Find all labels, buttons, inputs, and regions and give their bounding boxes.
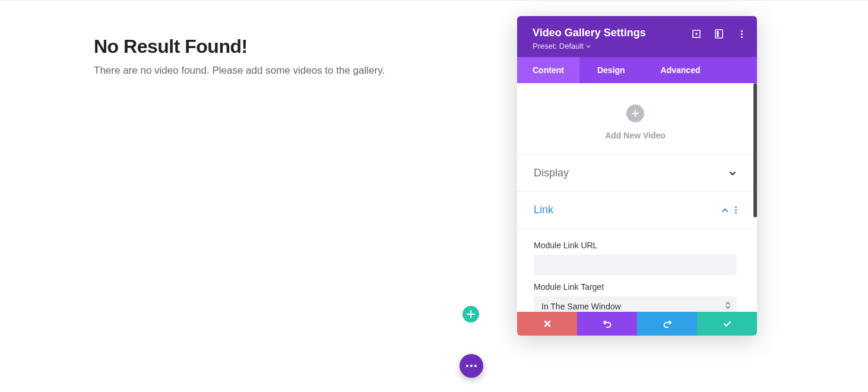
plus-icon (467, 310, 475, 318)
tab-design[interactable]: Design (579, 57, 643, 83)
section-link[interactable]: Link (517, 192, 753, 229)
panel-scroll[interactable]: Add New Video Display Link Module Link U… (517, 83, 753, 312)
expand-icon[interactable] (692, 29, 701, 39)
section-link-title: Link (534, 204, 553, 216)
save-button[interactable] (697, 312, 757, 336)
chevron-up-icon (721, 206, 729, 214)
chevron-down-icon (728, 169, 737, 178)
no-result-title: No Result Found! (94, 36, 509, 58)
undo-icon (603, 319, 612, 328)
close-icon (543, 320, 552, 328)
kebab-menu-icon[interactable] (737, 29, 746, 39)
top-border (0, 0, 868, 1)
section-link-content: Module Link URL Module Link Target In Th… (517, 229, 753, 312)
panel-header: Video Gallery Settings Preset: Default (517, 16, 757, 57)
page-canvas: No Result Found! There are no video foun… (94, 36, 509, 77)
tab-content[interactable]: Content (517, 57, 579, 83)
module-link-target-select-wrap: In The Same Window (534, 296, 737, 312)
panel-body: Add New Video Display Link Module Link U… (517, 83, 757, 312)
redo-button[interactable] (637, 312, 697, 336)
panel-tabs: Content Design Advanced (517, 57, 757, 83)
section-display-title: Display (534, 167, 569, 179)
panel-footer (517, 312, 757, 336)
settings-panel: Video Gallery Settings Preset: Default C… (517, 16, 757, 336)
ellipsis-icon (466, 365, 477, 367)
more-actions-fab[interactable] (460, 354, 483, 378)
preset-dropdown[interactable]: Preset: Default (533, 42, 591, 50)
module-link-url-input[interactable] (534, 255, 737, 275)
plus-icon (631, 109, 639, 118)
svg-rect-3 (717, 31, 719, 37)
add-video-block: Add New Video (517, 83, 753, 155)
svg-rect-2 (715, 30, 723, 38)
section-display[interactable]: Display (517, 155, 753, 192)
add-video-label: Add New Video (517, 131, 753, 140)
chevron-down-icon (586, 44, 591, 49)
preset-label: Preset: Default (533, 42, 584, 50)
cancel-button[interactable] (517, 312, 577, 336)
no-result-subtitle: There are no video found. Please add som… (94, 65, 509, 77)
svg-rect-1 (696, 33, 698, 35)
undo-button[interactable] (577, 312, 637, 336)
check-icon (723, 319, 732, 328)
module-link-url-label: Module Link URL (534, 241, 737, 250)
add-video-button[interactable] (626, 105, 644, 122)
section-link-kebab-icon[interactable] (735, 206, 737, 214)
add-module-fab[interactable] (462, 306, 479, 323)
responsive-icon[interactable] (714, 29, 724, 39)
module-link-target-value: In The Same Window (541, 302, 621, 311)
module-link-target-select[interactable]: In The Same Window (534, 296, 737, 312)
panel-header-actions (692, 29, 746, 39)
module-link-target-label: Module Link Target (534, 282, 737, 292)
redo-icon (663, 319, 672, 328)
tab-advanced[interactable]: Advanced (643, 57, 716, 83)
scrollbar[interactable] (753, 83, 757, 217)
